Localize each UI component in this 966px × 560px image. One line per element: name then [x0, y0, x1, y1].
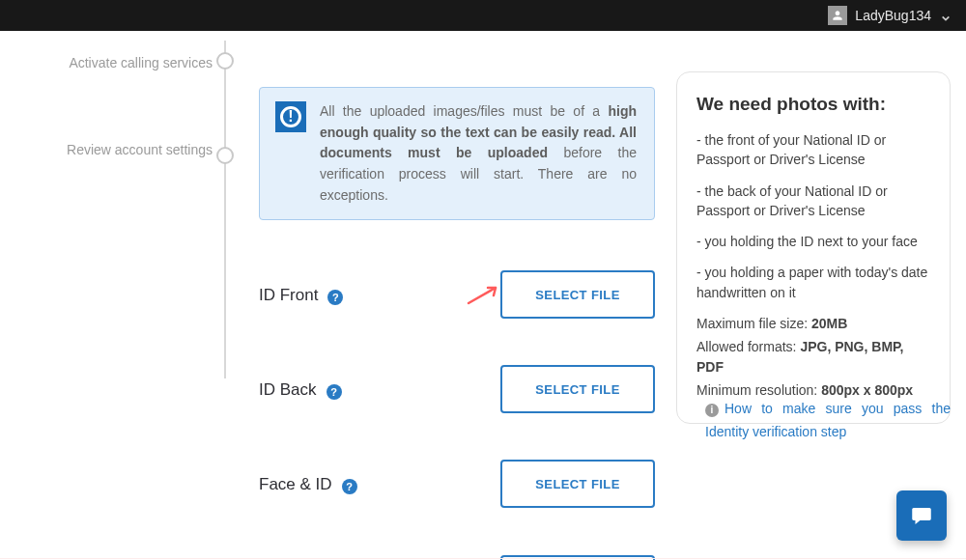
exclamation-icon: ! [275, 101, 306, 132]
label-id-front: ID Front [259, 283, 318, 308]
select-file-id-front-button[interactable]: SELECT FILE [500, 270, 655, 319]
label-face-id: Face & ID [259, 472, 332, 497]
req-item: - the back of your National ID or Passpo… [696, 182, 930, 221]
field-face-id: Face & ID ? SELECT FILE [259, 460, 655, 508]
info-alert: ! All the uploaded images/files must be … [259, 87, 655, 220]
step-circle-icon [216, 147, 234, 164]
req-item: - the front of your National ID or Passp… [696, 130, 930, 170]
step-activate-calling: Activate calling services [19, 54, 213, 71]
req-item: - you holding a paper with today's date … [696, 263, 930, 302]
max-size: Maximum file size: 20MB [696, 314, 930, 333]
info-icon: i [705, 404, 719, 417]
username[interactable]: LadyBug134 [855, 8, 931, 23]
stepper-line [224, 41, 226, 378]
avatar[interactable] [828, 6, 847, 25]
step-review-settings: Review account settings [19, 141, 213, 158]
help-icon[interactable]: ? [327, 384, 342, 400]
field-id-back: ID Back ? SELECT FILE [259, 365, 655, 413]
requirements-card: We need photos with: - the front of your… [676, 71, 951, 424]
top-bar: LadyBug134 [0, 0, 966, 31]
step-circle-icon [216, 52, 234, 70]
chat-widget-button[interactable] [896, 490, 947, 541]
help-link[interactable]: iHow to make sure you pass the Identity … [705, 398, 951, 444]
label-id-back: ID Back [259, 378, 317, 403]
chevron-down-icon[interactable] [941, 11, 951, 20]
divider [0, 558, 966, 559]
help-icon[interactable]: ? [342, 479, 357, 494]
help-link-text[interactable]: How to make sure you pass the Identity v… [705, 401, 951, 439]
select-file-id-back-button[interactable]: SELECT FILE [500, 365, 655, 413]
allowed-formats: Allowed formats: JPG, PNG, BMP, PDF [696, 337, 930, 377]
alert-text-pre: All the uploaded images/files must be of… [320, 103, 608, 119]
requirements-heading: We need photos with: [696, 94, 930, 115]
upload-section: ! All the uploaded images/files must be … [259, 87, 655, 560]
help-icon[interactable]: ? [327, 290, 343, 305]
select-file-face-id-button[interactable]: SELECT FILE [500, 460, 655, 508]
req-item: - you holding the ID next to your face [696, 232, 930, 251]
field-id-front: ID Front ? SELECT FILE [259, 270, 655, 319]
chat-icon [909, 503, 934, 528]
